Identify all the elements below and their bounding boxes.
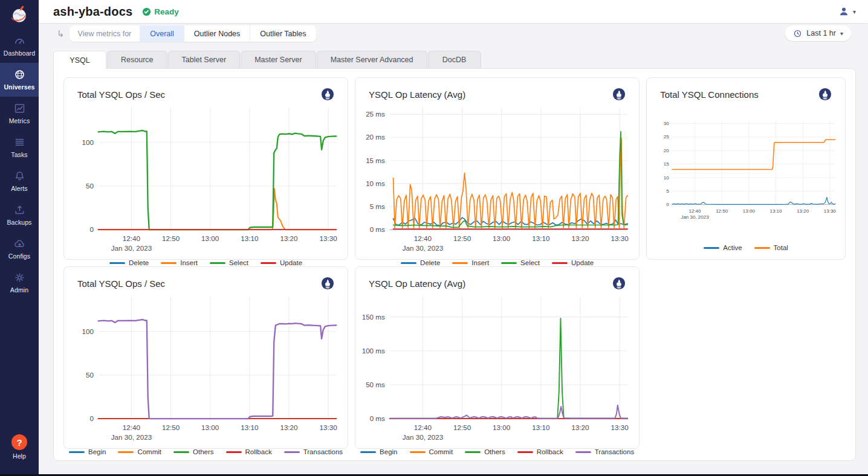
legend-item-begin[interactable]: Begin: [360, 448, 397, 455]
svg-text:100: 100: [82, 138, 94, 146]
svg-text:Jan 30, 2023: Jan 30, 2023: [111, 433, 152, 441]
legend-label: Rollback: [537, 448, 563, 455]
legend-swatch: [704, 247, 719, 249]
svg-text:50: 50: [86, 371, 94, 379]
legend-item-update[interactable]: Update: [552, 259, 594, 266]
svg-text:13:30: 13:30: [320, 423, 338, 431]
legend-swatch: [501, 262, 517, 264]
chart-plot[interactable]: 12:40Jan 30, 202312:5013:0013:1013:2013:…: [69, 102, 343, 259]
yugabyte-logo-icon[interactable]: [0, 0, 39, 29]
chart-title: Total YSQL Connections: [660, 89, 759, 100]
svg-text:12:50: 12:50: [162, 423, 180, 431]
universes-icon: [13, 68, 26, 81]
legend-item-active[interactable]: Active: [704, 244, 742, 251]
svg-text:100 ms: 100 ms: [362, 347, 385, 355]
legend-item-commit[interactable]: Commit: [118, 448, 161, 455]
tab-tablet-server[interactable]: Tablet Server: [168, 51, 241, 68]
svg-text:13:30: 13:30: [824, 208, 837, 214]
legend-item-delete[interactable]: Delete: [401, 259, 440, 266]
svg-text:0: 0: [89, 414, 94, 422]
svg-text:13:00: 13:00: [201, 234, 219, 242]
tab-master-server[interactable]: Master Server: [241, 51, 316, 68]
legend-item-insert[interactable]: Insert: [161, 259, 198, 266]
legend-label: Select: [520, 259, 540, 266]
dashboard-icon: [13, 34, 26, 47]
chart-card-ysql-op-latency-transactions: YSQL Op Latency (Avg) 12:40Jan 30, 20231…: [355, 266, 640, 449]
prometheus-icon[interactable]: [321, 88, 334, 101]
legend-swatch: [452, 262, 468, 264]
svg-text:Jan 30, 2023: Jan 30, 2023: [681, 214, 710, 220]
prometheus-icon[interactable]: [818, 88, 832, 101]
svg-text:13:20: 13:20: [280, 234, 298, 242]
svg-text:12:50: 12:50: [162, 234, 180, 242]
legend-item-total[interactable]: Total: [754, 244, 788, 251]
sidebar-item-alerts[interactable]: Alerts: [0, 164, 39, 198]
legend-item-transactions[interactable]: Transactions: [284, 448, 343, 455]
chart-card-ysql-op-latency: YSQL Op Latency (Avg) 12:40Jan 30, 20231…: [355, 77, 640, 260]
sidebar-item-configs[interactable]: Configs: [0, 232, 39, 266]
tasks-icon: [13, 136, 26, 149]
sidebar-item-metrics[interactable]: Metrics: [0, 97, 39, 130]
topbar: ash-yba-docs Ready ▾: [39, 0, 868, 23]
svg-text:12:50: 12:50: [453, 234, 471, 242]
svg-text:13:00: 13:00: [743, 208, 756, 214]
legend-item-select[interactable]: Select: [501, 259, 540, 266]
legend-item-commit[interactable]: Commit: [410, 448, 453, 455]
svg-text:12:40: 12:40: [123, 234, 141, 242]
sidebar-item-tasks[interactable]: Tasks: [0, 130, 39, 164]
tab-outlier-nodes[interactable]: Outlier Nodes: [184, 25, 250, 42]
sidebar-item-help[interactable]: ? Help: [0, 429, 39, 466]
legend-item-rollback[interactable]: Rollback: [517, 448, 563, 455]
tab-docdb[interactable]: DocDB: [428, 51, 481, 68]
legend-label: Begin: [380, 448, 397, 455]
chart-plot[interactable]: 12:40Jan 30, 202312:5013:0013:1013:2013:…: [652, 102, 840, 240]
tab-resource[interactable]: Resource: [107, 51, 167, 68]
user-menu[interactable]: ▾: [838, 5, 856, 18]
legend-swatch: [161, 262, 177, 264]
time-range-selector[interactable]: Last 1 hr ▾: [785, 25, 851, 41]
legend-item-others[interactable]: Others: [173, 448, 214, 455]
svg-text:12:40: 12:40: [689, 208, 702, 214]
legend-swatch: [109, 262, 125, 264]
tab-ysql[interactable]: YSQL: [53, 51, 106, 69]
sidebar-item-backups[interactable]: Backups: [0, 198, 39, 232]
chart-legend: BeginCommitOthersRollbackTransactions: [360, 448, 634, 455]
svg-text:0 ms: 0 ms: [370, 414, 385, 422]
tab-master-server-advanced[interactable]: Master Server Advanced: [317, 51, 427, 68]
legend-item-insert[interactable]: Insert: [452, 259, 489, 266]
svg-text:13:20: 13:20: [571, 423, 589, 431]
svg-text:0: 0: [666, 202, 669, 207]
sidebar-item-admin[interactable]: Admin: [0, 266, 39, 300]
legend-label: Total: [774, 244, 788, 251]
sidebar-item-dashboard[interactable]: Dashboard: [0, 29, 39, 63]
legend-item-delete[interactable]: Delete: [109, 259, 149, 266]
legend-item-transactions[interactable]: Transactions: [575, 448, 634, 455]
svg-text:13:10: 13:10: [241, 423, 259, 431]
legend-item-rollback[interactable]: Rollback: [226, 448, 272, 455]
legend-swatch: [173, 451, 189, 453]
user-icon: [838, 5, 850, 18]
legend-swatch: [754, 247, 770, 249]
legend-item-update[interactable]: Update: [261, 259, 302, 266]
tab-outlier-tables[interactable]: Outlier Tables: [250, 25, 316, 42]
prometheus-icon[interactable]: [612, 88, 626, 101]
chart-legend: DeleteInsertSelectUpdate: [69, 259, 343, 266]
legend-item-select[interactable]: Select: [210, 259, 248, 266]
chart-plot[interactable]: 12:40Jan 30, 202312:5013:0013:1013:2013:…: [69, 291, 343, 448]
legend-item-others[interactable]: Others: [465, 448, 505, 455]
legend-swatch: [118, 451, 134, 453]
legend-item-begin[interactable]: Begin: [69, 448, 106, 455]
prometheus-icon[interactable]: [612, 277, 626, 290]
chart-plot[interactable]: 12:40Jan 30, 202312:5013:0013:1013:2013:…: [360, 291, 634, 448]
tab-overall[interactable]: Overall: [140, 25, 184, 42]
svg-text:13:10: 13:10: [532, 234, 550, 242]
legend-label: Delete: [420, 259, 440, 266]
chart-title: Total YSQL Ops / Sec: [77, 89, 165, 100]
prometheus-icon[interactable]: [321, 277, 334, 290]
sidebar-item-universes[interactable]: Universes: [0, 63, 39, 97]
chart-plot[interactable]: 12:40Jan 30, 202312:5013:0013:1013:2013:…: [360, 102, 634, 259]
svg-text:20 ms: 20 ms: [366, 133, 385, 141]
chart-legend: ActiveTotal: [652, 240, 840, 256]
charts-panel: Total YSQL Ops / Sec 12:40Jan 30, 202312…: [53, 68, 856, 461]
svg-text:13:00: 13:00: [493, 423, 511, 431]
